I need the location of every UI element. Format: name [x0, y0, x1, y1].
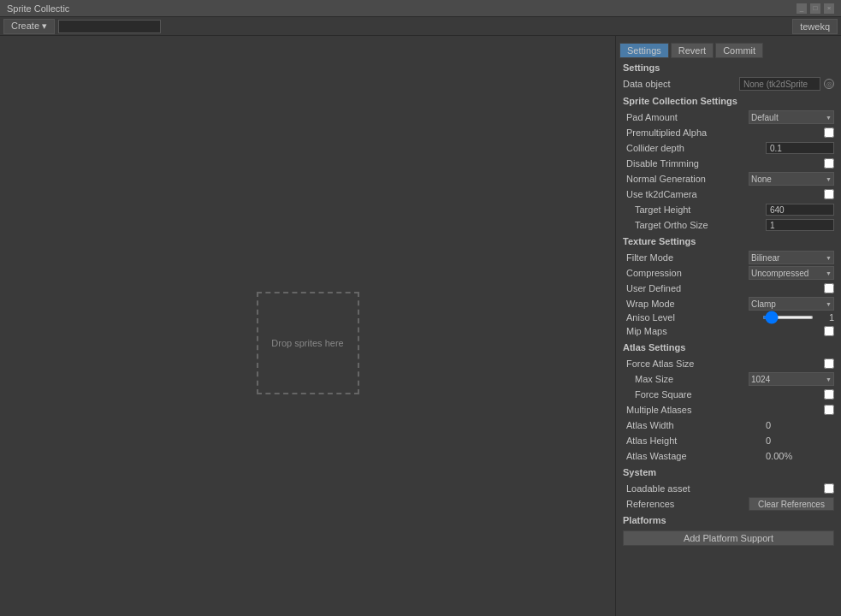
sprite-drop-zone[interactable]: Drop sprites here — [257, 292, 359, 394]
atlas-height-row: Atlas Height 0 — [616, 433, 841, 448]
texture-settings-header: Texture Settings — [616, 233, 841, 250]
force-square-row: Force Square — [616, 387, 841, 402]
user-defined-label: User Defined — [623, 283, 824, 293]
use-tk2dcamera-row: Use tk2dCamera — [616, 187, 841, 202]
multiple-atlases-label: Multiple Atlases — [623, 405, 824, 415]
atlas-wastage-value: 0.00% — [766, 451, 834, 461]
collider-depth-row: Collider depth — [616, 140, 841, 156]
use-tk2dcamera-label: Use tk2dCamera — [623, 189, 824, 199]
data-object-row: Data object ◎ — [616, 75, 841, 92]
max-size-select-wrap: 512102420484096 — [749, 372, 834, 386]
aniso-slider-wrap: 1 — [762, 312, 834, 323]
compression-select[interactable]: UncompressedLow QualityHigh Quality — [749, 266, 834, 280]
drop-label: Drop sprites here — [271, 338, 343, 348]
atlas-width-label: Atlas Width — [623, 420, 766, 430]
aniso-level-value: 1 — [817, 312, 834, 323]
maximize-button[interactable]: □ — [810, 3, 820, 14]
mip-maps-row: Mip Maps — [616, 323, 841, 339]
wrap-mode-select[interactable]: ClampRepeat — [749, 297, 834, 311]
multiple-atlases-checkbox[interactable] — [824, 405, 834, 415]
minimize-button[interactable]: _ — [797, 3, 807, 14]
wrap-mode-row: Wrap Mode ClampRepeat — [616, 296, 841, 311]
target-ortho-size-input[interactable] — [766, 219, 834, 231]
premultiplied-alpha-row: Premultiplied Alpha — [616, 125, 841, 140]
references-row: References Clear References — [616, 496, 841, 512]
user-defined-checkbox[interactable] — [824, 283, 834, 293]
force-atlas-size-label: Force Atlas Size — [623, 358, 824, 369]
system-header: System — [616, 464, 841, 481]
multiple-atlases-row: Multiple Atlases — [616, 402, 841, 418]
tab-tewekq[interactable]: tewekq — [792, 19, 838, 34]
main-layout: Drop sprites here Settings Revert Commit… — [0, 36, 841, 616]
add-platform-button[interactable]: Add Platform Support — [623, 530, 834, 546]
settings-button[interactable]: Settings — [619, 43, 669, 58]
data-object-label: Data object — [623, 79, 736, 89]
create-button[interactable]: Create ▾ — [3, 19, 55, 34]
target-height-label: Target Height — [623, 204, 766, 215]
settings-title-row: Settings — [616, 60, 841, 75]
use-tk2dcamera-checkbox[interactable] — [824, 189, 834, 199]
force-square-checkbox[interactable] — [824, 389, 834, 400]
atlas-width-value: 0 — [766, 420, 834, 430]
atlas-wastage-label: Atlas Wastage — [623, 451, 766, 461]
aniso-level-slider[interactable] — [762, 316, 814, 319]
pad-amount-label: Pad Amount — [623, 112, 749, 122]
target-ortho-size-row: Target Ortho Size — [616, 217, 841, 233]
disable-trimming-label: Disable Trimming — [623, 158, 824, 169]
right-panel: Settings Revert Commit Settings Data obj… — [616, 36, 841, 616]
atlas-height-value: 0 — [766, 435, 834, 446]
commit-button[interactable]: Commit — [715, 43, 763, 58]
premultiplied-alpha-label: Premultiplied Alpha — [623, 127, 824, 138]
pad-amount-select[interactable]: DefaultNone2px4px — [749, 110, 834, 124]
filter-mode-select[interactable]: BilinearPointTrilinear — [749, 251, 834, 264]
close-button[interactable]: × — [824, 3, 834, 14]
force-atlas-size-checkbox[interactable] — [824, 358, 834, 369]
compression-row: Compression UncompressedLow QualityHigh … — [616, 265, 841, 281]
max-size-row: Max Size 512102420484096 — [616, 371, 841, 387]
mip-maps-label: Mip Maps — [623, 326, 824, 336]
target-height-row: Target Height — [616, 202, 841, 217]
force-atlas-size-row: Force Atlas Size — [616, 356, 841, 371]
atlas-settings-header: Atlas Settings — [616, 339, 841, 356]
wrap-mode-label: Wrap Mode — [623, 299, 749, 309]
collider-depth-input[interactable] — [766, 142, 834, 154]
left-panel: Drop sprites here — [0, 36, 616, 616]
filter-mode-row: Filter Mode BilinearPointTrilinear — [616, 250, 841, 265]
compression-label: Compression — [623, 268, 749, 278]
filter-mode-label: Filter Mode — [623, 252, 749, 263]
action-bar: Settings Revert Commit — [616, 39, 841, 60]
pad-amount-select-wrap: DefaultNone2px4px — [749, 110, 834, 124]
revert-button[interactable]: Revert — [671, 43, 714, 58]
disable-trimming-row: Disable Trimming — [616, 156, 841, 171]
aniso-level-label: Aniso Level — [623, 312, 762, 323]
normal-generation-select[interactable]: NoneNormal MapSmooth — [749, 172, 834, 186]
loadable-asset-label: Loadable asset — [623, 483, 824, 494]
filter-mode-select-wrap: BilinearPointTrilinear — [749, 251, 834, 264]
disable-trimming-checkbox[interactable] — [824, 158, 834, 169]
normal-generation-label: Normal Generation — [623, 174, 749, 184]
references-label: References — [623, 499, 749, 509]
app-title: Sprite Collectic — [7, 3, 69, 14]
settings-title: Settings — [623, 62, 834, 73]
force-square-label: Force Square — [623, 389, 824, 400]
atlas-width-row: Atlas Width 0 — [616, 418, 841, 433]
clear-references-button[interactable]: Clear References — [749, 497, 834, 511]
mip-maps-checkbox[interactable] — [824, 326, 834, 336]
search-input[interactable] — [58, 20, 161, 33]
data-object-field[interactable] — [739, 77, 820, 91]
aniso-level-row: Aniso Level 1 — [616, 311, 841, 323]
data-object-picker-icon[interactable]: ◎ — [824, 79, 834, 89]
window-controls: _ □ × — [797, 3, 834, 14]
platforms-header: Platforms — [616, 512, 841, 529]
premultiplied-alpha-checkbox[interactable] — [824, 127, 834, 138]
max-size-select[interactable]: 512102420484096 — [749, 372, 834, 386]
loadable-asset-row: Loadable asset — [616, 481, 841, 496]
target-height-input[interactable] — [766, 204, 834, 216]
toolbar: Create ▾ tewekq — [0, 17, 841, 36]
collider-depth-label: Collider depth — [623, 143, 766, 153]
loadable-asset-checkbox[interactable] — [824, 483, 834, 494]
max-size-label: Max Size — [623, 374, 749, 384]
atlas-height-label: Atlas Height — [623, 435, 766, 446]
compression-select-wrap: UncompressedLow QualityHigh Quality — [749, 266, 834, 280]
atlas-wastage-row: Atlas Wastage 0.00% — [616, 448, 841, 464]
